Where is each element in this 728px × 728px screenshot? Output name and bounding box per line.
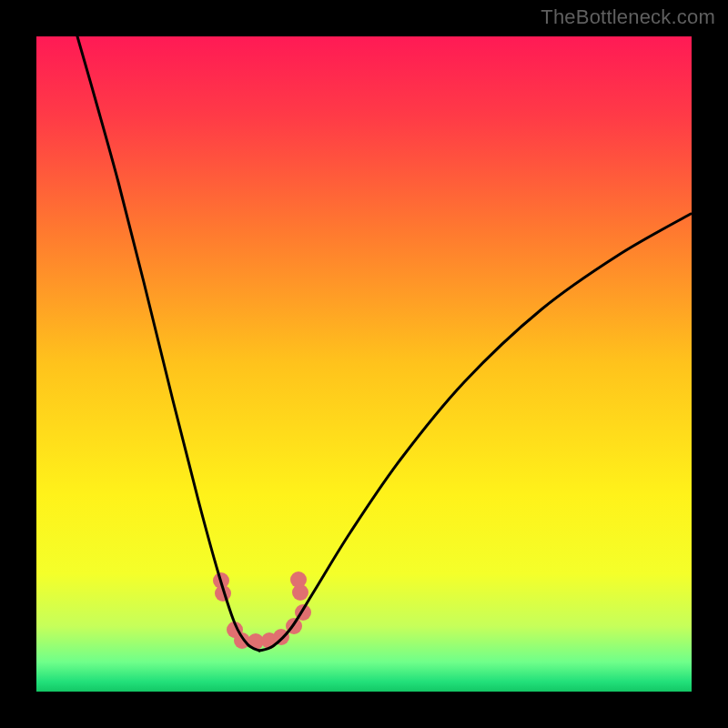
curve-layer [36, 36, 692, 692]
plot-area [36, 36, 692, 692]
curve-right [259, 214, 691, 651]
watermark-text: TheBottleneck.com [541, 5, 715, 29]
chart-frame: TheBottleneck.com [0, 0, 728, 728]
trough-marker [290, 571, 307, 588]
marker-group [213, 571, 311, 650]
curve-left [77, 36, 259, 651]
